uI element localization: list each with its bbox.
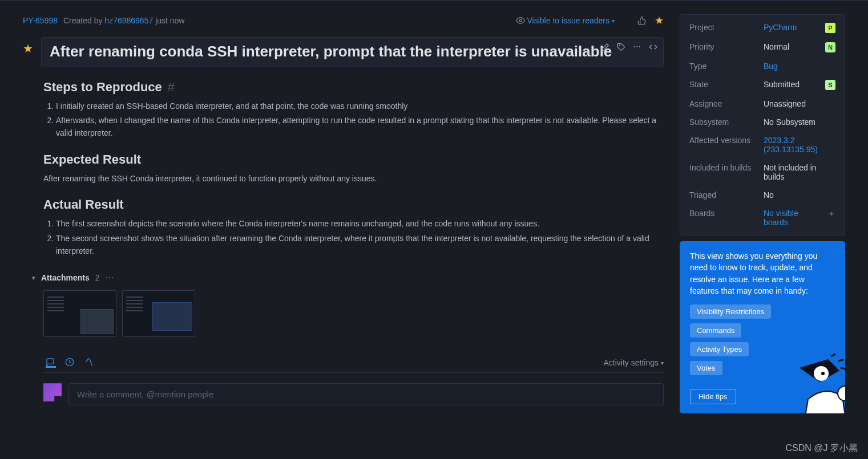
illustration bbox=[765, 351, 845, 413]
tip-tag[interactable]: Votes bbox=[690, 361, 722, 375]
expected-body: After renaming the SSH Conda interpreter… bbox=[43, 173, 664, 185]
watermark: CSDN @J 罗小黑 bbox=[786, 442, 858, 454]
issue-id[interactable]: PY-65998 bbox=[23, 16, 58, 25]
tip-tag[interactable]: Commands bbox=[690, 323, 741, 338]
more-icon[interactable]: ⋯ bbox=[632, 42, 641, 51]
attachment-thumbnail[interactable] bbox=[43, 290, 116, 337]
tips-text: This view shows you everything you need … bbox=[690, 250, 835, 296]
priority-badge: N bbox=[825, 42, 835, 52]
comment-input[interactable]: Write a comment, @mention people bbox=[68, 383, 664, 405]
attachments-toggle[interactable]: ▾ Attachments 2 ⋯ bbox=[32, 273, 664, 282]
code-icon[interactable] bbox=[648, 42, 657, 51]
issue-title-box: After renaming conda SSH interpreter, pr… bbox=[41, 37, 664, 67]
attachment-thumbnail[interactable] bbox=[122, 290, 195, 337]
avatar bbox=[43, 383, 62, 401]
title-star-icon[interactable]: ★ bbox=[23, 42, 33, 55]
comments-tab-icon[interactable] bbox=[46, 358, 56, 368]
visibility-dropdown[interactable]: Visible to issue readers ▾ bbox=[516, 16, 615, 25]
tip-tag[interactable]: Visibility Restrictions bbox=[690, 304, 771, 319]
actual-heading: Actual Result bbox=[43, 197, 664, 212]
svg-point-4 bbox=[821, 372, 825, 375]
thumbs-up-icon[interactable] bbox=[637, 16, 647, 25]
actual-item: The first screenshot depicts the scenari… bbox=[56, 218, 664, 230]
boards-value[interactable]: No visible boards bbox=[764, 209, 824, 227]
tip-tag[interactable]: Activity Types bbox=[690, 342, 749, 356]
created-label: Created by hz769869657 just now bbox=[63, 16, 185, 25]
attachments-more-icon[interactable]: ⋯ bbox=[106, 273, 115, 282]
activity-settings-dropdown[interactable]: Activity settings ▾ bbox=[604, 358, 664, 367]
hash-icon[interactable]: # bbox=[168, 80, 175, 95]
steps-heading: Steps to Reproduce # bbox=[43, 80, 664, 95]
step-item: I initially created an SSH-based Conda i… bbox=[56, 100, 664, 113]
state-badge: S bbox=[825, 80, 835, 90]
assignee-value[interactable]: Unassigned bbox=[764, 99, 835, 108]
type-value[interactable]: Bug bbox=[764, 62, 835, 71]
tips-panel: This view shows you everything you need … bbox=[680, 241, 845, 413]
add-board-icon[interactable]: ＋ bbox=[827, 209, 835, 219]
tag-icon[interactable] bbox=[616, 42, 625, 51]
pycharm-icon: P bbox=[825, 23, 835, 33]
edit-icon[interactable] bbox=[600, 42, 609, 51]
hide-tips-button[interactable]: Hide tips bbox=[690, 389, 736, 404]
star-icon[interactable]: ★ bbox=[655, 14, 664, 27]
state-value[interactable]: Submitted bbox=[764, 80, 825, 89]
expected-heading: Expected Result bbox=[43, 152, 664, 167]
step-item: Afterwards, when I changed the name of t… bbox=[56, 115, 664, 139]
priority-value[interactable]: Normal bbox=[764, 42, 825, 51]
vcs-tab-icon[interactable] bbox=[84, 358, 95, 368]
triaged-value[interactable]: No bbox=[764, 190, 835, 200]
subsystem-value[interactable]: No Subsystem bbox=[764, 117, 835, 127]
fields-panel: ProjectPyCharmP PriorityNormalN TypeBug … bbox=[680, 14, 845, 235]
history-tab-icon[interactable] bbox=[65, 358, 75, 368]
chevron-down-icon: ▾ bbox=[612, 18, 615, 24]
eye-icon bbox=[516, 16, 525, 25]
svg-point-0 bbox=[519, 19, 522, 22]
project-value[interactable]: PyCharm bbox=[764, 23, 825, 32]
svg-point-1 bbox=[619, 44, 619, 45]
included-value[interactable]: Not included in builds bbox=[764, 163, 835, 181]
actual-item: The second screenshot shows the situatio… bbox=[56, 233, 664, 257]
affected-value[interactable]: 2023.3.2 (233.13135.95) bbox=[764, 136, 835, 154]
issue-title: After renaming conda SSH interpreter, pr… bbox=[50, 42, 655, 61]
chevron-down-icon: ▾ bbox=[32, 274, 35, 282]
author-link[interactable]: hz769869657 bbox=[104, 16, 153, 25]
